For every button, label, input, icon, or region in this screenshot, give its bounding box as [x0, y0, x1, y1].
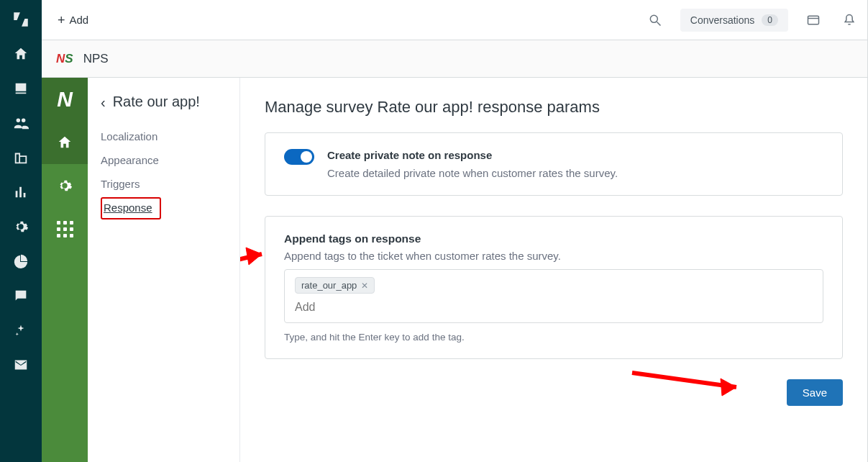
chevron-left-icon: ‹: [101, 95, 106, 109]
add-button[interactable]: + Add: [52, 9, 94, 31]
nav-sparkle-icon[interactable]: [12, 321, 30, 340]
save-button[interactable]: Save: [787, 379, 843, 406]
annotation-arrow: [629, 366, 758, 404]
app-name: NPS: [83, 52, 109, 66]
conversations-count: 0: [762, 14, 778, 26]
annotation-highlight: Response: [101, 197, 161, 219]
subnav-item-localization[interactable]: Localization: [101, 124, 227, 148]
app-nav-logo[interactable]: N: [42, 78, 88, 121]
nav-reports-icon[interactable]: [12, 183, 30, 201]
tags-label: Append tags on response: [284, 232, 823, 245]
svg-line-5: [240, 254, 262, 286]
nav-settings-icon[interactable]: [12, 217, 30, 236]
brand-logo-icon[interactable]: [12, 10, 30, 29]
app-nav-settings-icon[interactable]: [42, 164, 88, 207]
svg-rect-2: [808, 16, 819, 24]
svg-marker-6: [246, 248, 262, 265]
subnav-item-appearance[interactable]: Appearance: [101, 148, 227, 172]
primary-nav: [0, 0, 42, 462]
search-icon[interactable]: [647, 12, 663, 28]
messages-icon[interactable]: [805, 12, 821, 28]
conversations-label: Conversations: [690, 14, 755, 26]
back-to-surveys[interactable]: ‹ Rate our app!: [101, 94, 227, 110]
nav-contacts-icon[interactable]: [12, 114, 30, 132]
app-nav: N: [42, 78, 88, 462]
svg-line-1: [657, 22, 660, 25]
survey-title: Rate our app!: [113, 94, 200, 110]
svg-line-7: [632, 373, 736, 387]
page-title: Manage survey Rate our app! response par…: [265, 98, 843, 117]
tag-chip: rate_our_app ✕: [295, 277, 375, 294]
app-nav-apps-icon[interactable]: [42, 207, 88, 250]
subnav-item-triggers[interactable]: Triggers: [101, 172, 227, 196]
plus-icon: +: [58, 14, 65, 27]
app-logo-icon: NS: [56, 52, 73, 66]
tag-input[interactable]: [295, 299, 813, 315]
tags-desc: Append tags to the ticket when customer …: [284, 250, 823, 262]
subnav-item-response[interactable]: Response: [104, 201, 152, 214]
nav-mail-icon[interactable]: [12, 355, 30, 374]
conversations-chip[interactable]: Conversations 0: [680, 9, 788, 32]
tags-card: Append tags on response Append tags to t…: [265, 216, 843, 359]
content-area: Manage survey Rate our app! response par…: [240, 78, 867, 462]
nav-home-icon[interactable]: [12, 45, 30, 63]
svg-point-0: [650, 15, 657, 22]
svg-marker-8: [721, 379, 736, 396]
remove-tag-icon[interactable]: ✕: [361, 281, 368, 291]
topbar: + Add Conversations 0: [42, 0, 867, 40]
app-header: NS NPS: [42, 40, 867, 78]
nav-inbox-icon[interactable]: [12, 79, 30, 98]
private-note-title: Create private note on response: [327, 149, 618, 161]
private-note-toggle[interactable]: [284, 149, 314, 165]
notifications-icon[interactable]: [841, 12, 857, 28]
nav-pie-icon[interactable]: [12, 252, 30, 271]
app-nav-home-icon[interactable]: [42, 121, 88, 164]
nav-chat-icon[interactable]: [12, 286, 30, 305]
private-note-card: Create private note on response Create d…: [265, 132, 843, 196]
tag-chip-text: rate_our_app: [301, 280, 357, 291]
tags-hint: Type, and hit the Enter key to add the t…: [284, 332, 823, 343]
add-label: Add: [70, 14, 89, 26]
private-note-desc: Create detailed private note when custom…: [327, 167, 618, 179]
survey-subnav: ‹ Rate our app! Localization Appearance …: [88, 78, 240, 462]
nav-org-icon[interactable]: [12, 148, 30, 167]
tag-input-box[interactable]: rate_our_app ✕: [284, 269, 823, 323]
